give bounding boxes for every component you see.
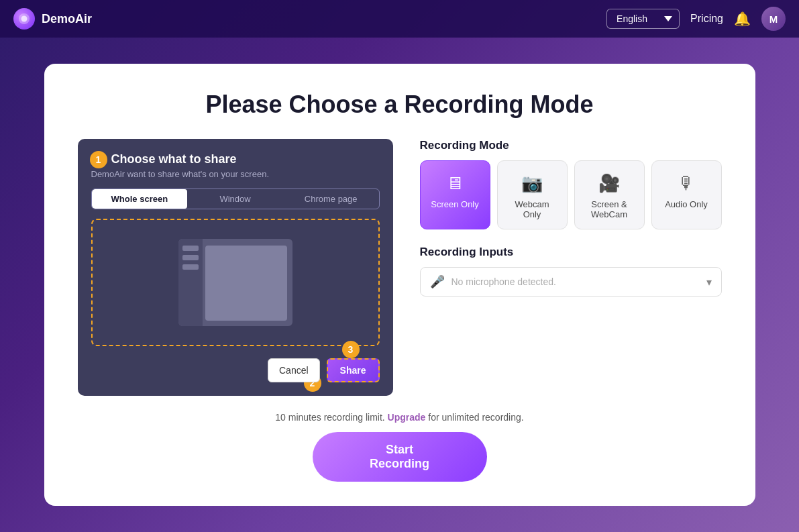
screen-preview-area: 2: [91, 219, 380, 346]
recording-inputs-section: Recording Inputs 🎤 No microphone detecte…: [420, 246, 722, 297]
card: Please Choose a Recording Mode 1 Choose …: [44, 64, 755, 506]
recording-mode-section: Recording Mode 🖥 Screen Only 📷 Webcam On…: [420, 139, 722, 229]
header-left: DemoAir: [13, 8, 92, 30]
mic-icon: 🎤: [430, 274, 445, 289]
dialog-actions: Cancel Share 3: [91, 358, 380, 382]
mode-options: 🖥 Screen Only 📷 Webcam Only 🎥 Screen & W…: [420, 160, 722, 229]
cancel-button[interactable]: Cancel: [268, 358, 320, 382]
screen-mockup-content: [205, 246, 287, 321]
main-content: Please Choose a Recording Mode 1 Choose …: [0, 38, 799, 532]
mode-label-screen-webcam: Screen & WebCam: [583, 199, 636, 219]
screen-mockup: [178, 239, 292, 326]
recording-inputs-label: Recording Inputs: [420, 246, 722, 259]
screen-webcam-icon: 🎥: [598, 173, 620, 194]
sidebar-line-2: [182, 255, 199, 260]
share-dialog-title: Choose what to share: [91, 152, 380, 166]
app-name: DemoAir: [42, 12, 92, 26]
microphone-select[interactable]: 🎤 No microphone detected. ▾: [420, 267, 722, 297]
bell-icon[interactable]: 🔔: [734, 11, 751, 27]
share-button[interactable]: Share: [327, 358, 380, 382]
webcam-only-icon: 📷: [521, 173, 543, 194]
mode-card-screen-only[interactable]: 🖥 Screen Only: [420, 160, 490, 229]
mode-card-screen-webcam[interactable]: 🎥 Screen & WebCam: [574, 160, 645, 229]
mode-label-audio-only: Audio Only: [665, 199, 708, 209]
tab-window[interactable]: Window: [187, 189, 283, 209]
pricing-link[interactable]: Pricing: [690, 13, 723, 25]
language-select[interactable]: English Spanish French German Japanese: [606, 9, 680, 29]
limit-text: 10 minutes recording limit. Upgrade for …: [275, 412, 523, 423]
screen-mockup-sidebar: [178, 239, 203, 326]
sidebar-line-3: [182, 264, 199, 270]
avatar[interactable]: M: [761, 7, 786, 31]
share-dialog-subtitle: DemoAir want to share what's on your scr…: [91, 169, 380, 179]
logo-icon: [13, 8, 35, 30]
mic-placeholder: No microphone detected.: [451, 276, 700, 287]
sidebar-line-1: [182, 246, 199, 251]
recording-mode-label: Recording Mode: [420, 139, 722, 152]
tab-chrome-page[interactable]: Chrome page: [283, 189, 379, 209]
content-row: 1 Choose what to share DemoAir want to s…: [78, 139, 722, 396]
svg-point-1: [21, 16, 28, 22]
header-right: English Spanish French German Japanese P…: [606, 7, 786, 31]
mode-card-webcam-only[interactable]: 📷 Webcam Only: [497, 160, 568, 229]
tab-whole-screen[interactable]: Whole screen: [92, 189, 188, 209]
right-panel: Recording Mode 🖥 Screen Only 📷 Webcam On…: [420, 139, 722, 396]
bottom-area: 10 minutes recording limit. Upgrade for …: [78, 412, 722, 482]
header: DemoAir English Spanish French German Ja…: [0, 0, 799, 38]
tabs-bar: Whole screen Window Chrome page: [91, 189, 380, 209]
screen-only-icon: 🖥: [446, 173, 464, 194]
mode-label-screen-only: Screen Only: [431, 199, 479, 209]
step-badge-3: 3: [342, 341, 360, 358]
page-title: Please Choose a Recording Mode: [205, 91, 593, 119]
chevron-down-icon: ▾: [706, 276, 712, 288]
upgrade-link[interactable]: Upgrade: [388, 412, 426, 423]
audio-only-icon: 🎙: [678, 173, 695, 194]
mode-card-audio-only[interactable]: 🎙 Audio Only: [651, 160, 722, 229]
share-dialog: 1 Choose what to share DemoAir want to s…: [78, 139, 393, 396]
step-badge-1: 1: [90, 151, 107, 168]
mode-label-webcam-only: Webcam Only: [506, 199, 559, 219]
start-recording-button[interactable]: Start Recording: [313, 432, 487, 482]
